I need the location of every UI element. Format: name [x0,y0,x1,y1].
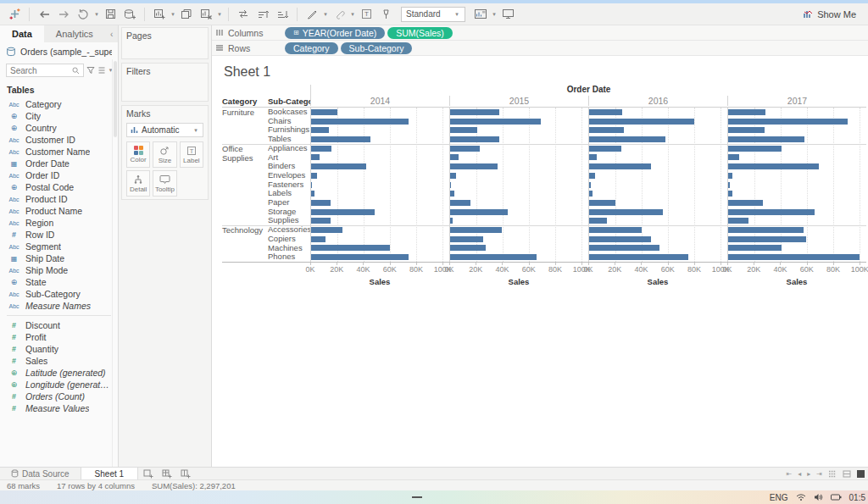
bar-mark[interactable] [450,163,498,169]
previous-sheet-icon[interactable]: ◂ [798,470,801,478]
subcategory-label-art[interactable]: Art [268,153,310,163]
field-city[interactable]: ⊕City [0,110,118,122]
field-profit[interactable]: #Profit [0,331,118,343]
subcategory-label-machines[interactable]: Machines [268,244,310,253]
taskbar-app-icon[interactable] [412,496,422,498]
collapse-pane-icon[interactable]: ‹ [105,25,118,42]
bar-mark[interactable] [589,245,659,251]
bar-mark[interactable] [450,182,451,188]
bar-mark[interactable] [450,146,480,152]
category-label-technology[interactable]: Technology [222,226,266,235]
bar-mark[interactable] [589,218,607,224]
bar-mark[interactable] [728,182,730,188]
tab-sheet-1[interactable]: Sheet 1 [81,468,138,479]
pill-sum-sales[interactable]: SUM(Sales) [387,27,453,39]
subcategory-label-furnishings[interactable]: Furnishings [268,125,310,135]
bar-mark[interactable] [311,218,331,224]
chevron-down-icon[interactable]: ▾ [93,11,100,18]
bar-mark[interactable] [589,254,688,260]
replay-button[interactable] [74,6,92,23]
chevron-down-icon[interactable]: ▾ [170,11,176,18]
bar-mark[interactable] [311,173,317,179]
bar-mark[interactable] [450,173,456,179]
bar-mark[interactable] [450,209,508,215]
columns-shelf[interactable]: Columns ⊞YEAR(Order Date)SUM(Sales) [212,25,868,41]
year-header-2014[interactable]: 2014 [310,96,449,106]
subcategory-label-bookcases[interactable]: Bookcases [268,108,310,117]
bar-mark[interactable] [728,163,819,169]
tableau-logo-icon[interactable] [5,6,24,23]
bar-mark[interactable] [450,254,537,260]
presentation-mode-button[interactable] [498,6,517,23]
marks-detail-button[interactable]: Detail [126,170,150,197]
scrollbar-thumb[interactable] [114,61,117,137]
bar-mark[interactable] [311,236,326,242]
bar-mark[interactable] [728,173,732,179]
view-options-icon[interactable] [97,66,106,75]
sort-descending-button[interactable] [273,6,292,23]
rows-shelf[interactable]: Rows CategorySub-Category [212,41,868,56]
field-quantity[interactable]: #Quantity [0,343,118,355]
language-indicator[interactable]: ENG [770,493,788,502]
field-segment[interactable]: AbcSegment [0,241,118,252]
show-mark-labels-button[interactable] [471,6,490,23]
field-customer-id[interactable]: AbcCustomer ID [0,134,118,146]
category-label-furniture[interactable]: Furniture [222,108,266,118]
search-field[interactable] [10,66,70,75]
bar-mark[interactable] [589,109,622,115]
marks-size-button[interactable]: Size [153,141,176,168]
field-customer-name[interactable]: AbcCustomer Name [0,146,118,158]
axis-title-2014[interactable]: Sales [310,274,449,289]
wifi-icon[interactable] [796,493,806,501]
field-region[interactable]: AbcRegion [0,217,118,229]
last-sheet-icon[interactable]: ⇥ [816,470,822,478]
chevron-down-icon[interactable]: ▾ [491,11,498,18]
show-me-button[interactable]: Show Me [803,9,863,19]
field-latitude-generated[interactable]: ⊕Latitude (generated) [0,367,118,379]
field-sub-category[interactable]: AbcSub-Category [0,288,118,300]
field-longitude-generated[interactable]: ⊕Longitude (generated) [0,379,118,390]
subcategory-label-storage[interactable]: Storage [268,208,310,217]
show-sheet-sorter-icon[interactable] [828,470,837,478]
marks-label-button[interactable]: TLabel [180,141,203,168]
tab-analytics[interactable]: Analytics [44,25,105,42]
bar-mark[interactable] [728,109,765,115]
subcategory-label-phones[interactable]: Phones [268,252,310,262]
field-discount[interactable]: #Discount [0,319,118,331]
save-button[interactable] [101,6,120,23]
bar-mark[interactable] [311,254,409,260]
subcategory-label-supplies[interactable]: Supplies [268,216,310,225]
axis-title-2015[interactable]: Sales [449,274,588,289]
subcategory-label-fasteners[interactable]: Fasteners [268,180,310,190]
text-label-button[interactable]: T [357,6,376,23]
fix-axes-pin-button[interactable] [376,6,395,23]
bar-mark[interactable] [450,154,459,160]
bar-mark[interactable] [450,119,541,125]
filters-shelf[interactable]: Filters [121,63,209,102]
first-sheet-icon[interactable]: ⇤ [787,470,793,478]
forward-button[interactable] [54,6,73,23]
fit-dropdown[interactable]: Standard ▾ [401,7,465,22]
bar-mark[interactable] [589,136,665,142]
highlight-button[interactable] [303,6,321,23]
bar-mark[interactable] [311,209,375,215]
bar-mark[interactable] [311,127,329,133]
field-measure-names[interactable]: AbcMeasure Names [0,300,118,312]
bar-mark[interactable] [589,182,591,188]
bar-mark[interactable] [728,209,815,215]
chevron-down-icon[interactable]: ▾ [322,11,329,18]
subcategory-label-tables[interactable]: Tables [268,135,310,144]
pane-scrollbar[interactable] [112,59,118,467]
bar-mark[interactable] [311,227,342,233]
bar-mark[interactable] [311,154,320,160]
chevron-down-icon[interactable]: ▾ [349,11,356,18]
new-dashboard-button[interactable] [162,469,172,479]
category-column-header[interactable]: Category [222,97,268,106]
bar-mark[interactable] [728,218,748,224]
bar-mark[interactable] [311,245,390,251]
axis-title-2016[interactable]: Sales [588,274,727,289]
subcategory-label-appliances[interactable]: Appliances [268,144,310,153]
bar-mark[interactable] [450,227,502,233]
bar-mark[interactable] [589,146,621,152]
back-button[interactable] [35,6,53,23]
